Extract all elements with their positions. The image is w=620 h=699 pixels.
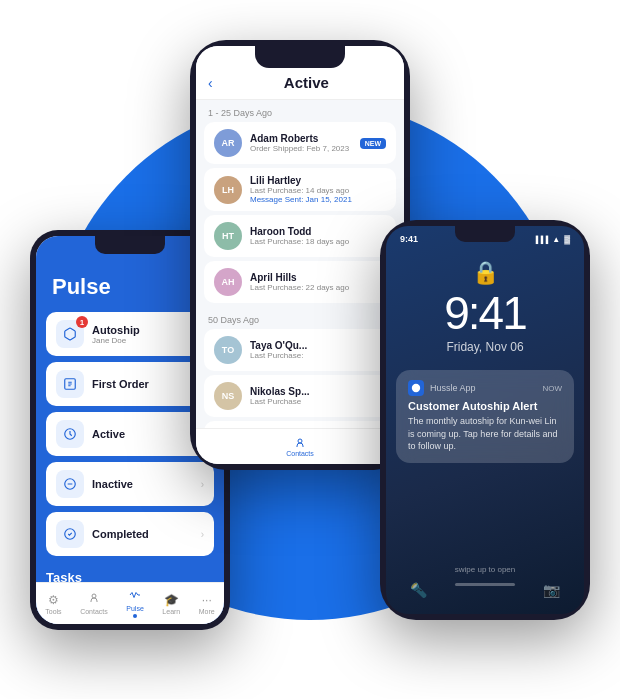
info-nikolas: Nikolas Sp... Last Purchase [250, 386, 386, 406]
lock-icon: 🔒 [472, 260, 499, 286]
nav-more-label: More [199, 608, 215, 615]
first-order-icon [56, 370, 84, 398]
pulse-menu-completed[interactable]: Completed › [46, 512, 214, 556]
signal-icon: ▐▐▐ [533, 236, 548, 243]
nav-contacts[interactable]: Contacts [80, 592, 108, 615]
notif-header: Hussle App NOW [408, 380, 562, 396]
active-icon [56, 420, 84, 448]
svg-point-7 [412, 384, 420, 392]
scene: Pulse 1 Autoship Jane Doe › [0, 0, 620, 699]
lock-status-icons: ▐▐▐ ▲ ▓ [533, 235, 570, 244]
avatar-taya: TO [214, 336, 242, 364]
avatar-lili: LH [214, 176, 242, 204]
contact-adam-roberts[interactable]: AR Adam Roberts Order Shipped: Feb 7, 20… [204, 122, 396, 164]
active-screen: ‹ Active 1 - 25 Days Ago AR Adam Roberts… [196, 46, 404, 464]
contact-nikolas[interactable]: NS Nikolas Sp... Last Purchase [204, 375, 396, 417]
info-lili: Lili Hartley Last Purchase: 14 days ago … [250, 175, 386, 204]
pulse-menu-active[interactable]: Active › [46, 412, 214, 456]
contact-lili-hartley[interactable]: LH Lili Hartley Last Purchase: 14 days a… [204, 168, 396, 211]
active-contacts-list: 1 - 25 Days Ago AR Adam Roberts Order Sh… [196, 100, 404, 438]
pulse-menu-inactive[interactable]: Inactive › [46, 462, 214, 506]
contacts-icon [88, 592, 100, 607]
nav-pulse-label: Pulse [126, 605, 144, 612]
active-bottom-nav: Contacts [196, 428, 404, 464]
active-label: Active [92, 428, 193, 440]
info-haroon: Haroon Todd Last Purchase: 18 days ago [250, 226, 386, 246]
nav-learn-label: Learn [162, 608, 180, 615]
name-haroon: Haroon Todd [250, 226, 386, 237]
inactive-icon [56, 470, 84, 498]
info-adam: Adam Roberts Order Shipped: Feb 7, 2023 [250, 133, 352, 153]
svg-point-6 [298, 439, 302, 443]
sub-adam: Order Shipped: Feb 7, 2023 [250, 144, 352, 153]
contact-taya[interactable]: TO Taya O'Qu... Last Purchase: [204, 329, 396, 371]
notif-body: The monthly autoship for Kun-wei Lin is … [408, 415, 562, 453]
back-button[interactable]: ‹ [208, 75, 213, 91]
sub-april: Last Purchase: 22 days ago [250, 283, 386, 292]
pulse-menu-autoship[interactable]: 1 Autoship Jane Doe › [46, 312, 214, 356]
notch-left [95, 236, 165, 254]
camera-icon[interactable]: 📷 [543, 582, 560, 598]
info-april: April Hills Last Purchase: 22 days ago [250, 272, 386, 292]
inactive-chevron: › [201, 479, 204, 490]
nav-contacts-label: Contacts [80, 608, 108, 615]
nav-more[interactable]: ··· More [199, 593, 215, 615]
completed-chevron: › [201, 529, 204, 540]
autoship-label: Autoship [92, 324, 193, 336]
wifi-icon: ▲ [552, 235, 560, 244]
pulse-menu-firstorder[interactable]: First Order › [46, 362, 214, 406]
notif-time: NOW [542, 384, 562, 393]
nav-pulse[interactable]: Pulse [126, 589, 144, 618]
more-icon: ··· [202, 593, 212, 607]
notif-app-name: Hussle App [430, 383, 536, 393]
sub2-lili: Message Sent: Jan 15, 2021 [250, 195, 386, 204]
center-contacts-label: Contacts [286, 450, 314, 457]
lock-date: Friday, Nov 06 [446, 340, 523, 354]
notch-center [255, 46, 345, 68]
firstorder-label: First Order [92, 378, 193, 390]
avatar-adam: AR [214, 129, 242, 157]
contact-april-hills[interactable]: AH April Hills Last Purchase: 22 days ag… [204, 261, 396, 303]
learn-icon: 🎓 [164, 593, 179, 607]
svg-point-5 [92, 594, 96, 598]
notch-right [455, 226, 515, 242]
name-adam: Adam Roberts [250, 133, 352, 144]
notif-title: Customer Autoship Alert [408, 400, 562, 412]
nav-learn[interactable]: 🎓 Learn [162, 593, 180, 615]
lock-time-display: 9:41 [444, 290, 526, 336]
flashlight-icon[interactable]: 🔦 [410, 582, 427, 598]
avatar-april: AH [214, 268, 242, 296]
lock-time-small: 9:41 [400, 234, 418, 244]
autoship-icon: 1 [56, 320, 84, 348]
phone-lock: 9:41 ▐▐▐ ▲ ▓ 🔒 9:41 Friday, Nov 06 [380, 220, 590, 620]
nav-tools[interactable]: ⚙ Tools [45, 593, 61, 615]
section-label-2: 50 Days Ago [196, 307, 404, 329]
name-lili: Lili Hartley [250, 175, 386, 186]
sub-lili: Last Purchase: 14 days ago [250, 186, 386, 195]
sub-nikolas: Last Purchase [250, 397, 386, 406]
pulse-nav-dot [133, 614, 137, 618]
sub-taya: Last Purchase: [250, 351, 386, 360]
nav-tools-label: Tools [45, 608, 61, 615]
name-nikolas: Nikolas Sp... [250, 386, 386, 397]
swipe-label: swipe up to open [455, 565, 516, 574]
autoship-badge: 1 [76, 316, 88, 328]
pulse-icon [129, 589, 141, 604]
hussle-app-icon [408, 380, 424, 396]
tools-icon: ⚙ [48, 593, 59, 607]
section-label-1: 1 - 25 Days Ago [196, 100, 404, 122]
badge-new-adam: NEW [360, 138, 386, 149]
lock-screen-content: 9:41 ▐▐▐ ▲ ▓ 🔒 9:41 Friday, Nov 06 [386, 226, 584, 614]
notification-card[interactable]: Hussle App NOW Customer Autoship Alert T… [396, 370, 574, 463]
lock-phone-screen: 9:41 ▐▐▐ ▲ ▓ 🔒 9:41 Friday, Nov 06 [386, 226, 584, 614]
name-april: April Hills [250, 272, 386, 283]
center-contacts-nav: Contacts [282, 437, 318, 457]
avatar-haroon: HT [214, 222, 242, 250]
phone-active: ‹ Active 1 - 25 Days Ago AR Adam Roberts… [190, 40, 410, 470]
inactive-label: Inactive [92, 478, 193, 490]
avatar-nikolas: NS [214, 382, 242, 410]
contact-haroon-todd[interactable]: HT Haroon Todd Last Purchase: 18 days ag… [204, 215, 396, 257]
lock-bottom-controls: 🔦 📷 [386, 582, 584, 598]
name-taya: Taya O'Qu... [250, 340, 386, 351]
sub-haroon: Last Purchase: 18 days ago [250, 237, 386, 246]
